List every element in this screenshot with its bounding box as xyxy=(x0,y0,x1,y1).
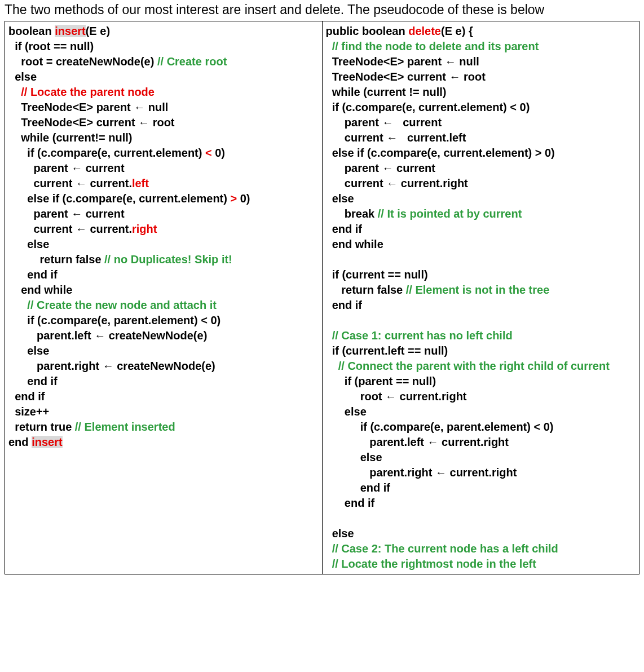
insert-l9c: 0) xyxy=(212,147,225,159)
insert-l16b: // no Duplicates! Skip it! xyxy=(104,253,232,266)
insert-l11b: left xyxy=(132,177,149,189)
insert-l28b: insert xyxy=(32,436,62,448)
delete-d33: // Locate the rightmost node in the left xyxy=(326,558,536,570)
insert-l24: end if xyxy=(8,375,58,387)
delete-d32: // Case 2: The current node has a left c… xyxy=(326,542,558,555)
delete-sig-post: (E e) { xyxy=(441,25,473,37)
insert-code: boolean insert(E e) if (root == null) ro… xyxy=(8,24,319,450)
delete-d6: if (c.compare(e, current.element) < 0) xyxy=(326,101,530,113)
caption-text: The two methods of our most interest are… xyxy=(0,0,644,21)
insert-l28a: end xyxy=(8,436,32,448)
delete-d4: TreeNode<E> current ← root xyxy=(326,70,486,83)
insert-l6: TreeNode<E> parent ← null xyxy=(8,101,168,113)
insert-l14a: current ← current. xyxy=(8,223,132,235)
delete-d15: end while xyxy=(326,238,383,250)
delete-d18: end if xyxy=(326,299,362,311)
insert-l13: parent ← current xyxy=(8,207,125,220)
delete-d10: parent ← current xyxy=(326,162,436,174)
delete-d2: // find the node to delete and its paren… xyxy=(326,40,539,52)
delete-d14: end if xyxy=(326,223,362,235)
delete-d26: parent.left ← current.right xyxy=(326,436,509,448)
delete-d3: TreeNode<E> parent ← null xyxy=(326,55,479,68)
delete-d17a: return false xyxy=(326,284,406,296)
insert-l4: else xyxy=(8,70,37,83)
delete-d31: else xyxy=(326,527,354,540)
insert-l21: parent.left ← createNewNode(e) xyxy=(8,329,207,342)
insert-sig-pre: boolean xyxy=(8,25,55,37)
insert-l3a: root = createNewNode(e) xyxy=(8,55,157,68)
insert-l9b: < xyxy=(205,147,212,159)
insert-sig-post: (E e) xyxy=(86,25,110,37)
delete-d9: else if (c.compare(e, current.element) >… xyxy=(326,147,555,159)
delete-d20: if (current.left == null) xyxy=(326,344,448,357)
insert-l15: else xyxy=(8,238,49,250)
delete-d11: current ← current.right xyxy=(326,177,468,189)
delete-cell: public boolean delete(E e) { // find the… xyxy=(322,21,639,574)
insert-l8: while (current!= null) xyxy=(8,131,132,144)
insert-l26: size++ xyxy=(8,405,49,418)
delete-code: public boolean delete(E e) { // find the… xyxy=(326,24,636,572)
insert-l12c: 0) xyxy=(237,192,250,205)
insert-l11a: current ← current. xyxy=(8,177,132,189)
insert-sig-name: insert xyxy=(55,25,85,37)
delete-d21: // Connect the parent with the right chi… xyxy=(326,360,610,372)
insert-l27a: return true xyxy=(8,421,75,433)
delete-d24: else xyxy=(326,405,367,418)
insert-l16a: return false xyxy=(8,253,104,266)
insert-l23: parent.right ← createNewNode(e) xyxy=(8,360,215,372)
delete-d16: if (current == null) xyxy=(326,268,428,281)
delete-d30: end if xyxy=(326,497,375,509)
pseudocode-table: boolean insert(E e) if (root == null) ro… xyxy=(5,21,639,574)
delete-d17b: // Element is not in the tree xyxy=(406,284,550,296)
insert-l22: else xyxy=(8,344,49,357)
insert-l14b: right xyxy=(132,223,157,235)
delete-d5: while (current != null) xyxy=(326,86,447,98)
insert-l18: end while xyxy=(8,284,72,296)
delete-d12: else xyxy=(326,192,354,205)
insert-l27b: // Element inserted xyxy=(75,421,175,433)
delete-d13b: // It is pointed at by current xyxy=(378,207,522,220)
insert-l9a: if (c.compare(e, current.element) xyxy=(8,147,205,159)
delete-d22: if (parent == null) xyxy=(326,375,436,387)
delete-d29: end if xyxy=(326,481,390,494)
delete-d19: // Case 1: current has no left child xyxy=(326,329,513,342)
delete-d27: else xyxy=(326,451,382,463)
delete-d8: current ← current.left xyxy=(326,131,466,144)
delete-d28: parent.right ← current.right xyxy=(326,466,517,479)
insert-l20: if (c.compare(e, parent.element) < 0) xyxy=(8,314,220,326)
insert-l5: // Locate the parent node xyxy=(8,86,155,98)
insert-cell: boolean insert(E e) if (root == null) ro… xyxy=(5,21,323,574)
insert-l25: end if xyxy=(8,390,45,403)
delete-d13a: break xyxy=(326,207,378,220)
insert-l10: parent ← current xyxy=(8,162,125,174)
delete-sig-name: delete xyxy=(408,25,441,37)
insert-l2: if (root == null) xyxy=(8,40,94,52)
insert-l19: // Create the new node and attach it xyxy=(8,299,217,311)
insert-l17: end if xyxy=(8,268,58,281)
delete-sig-pre: public boolean xyxy=(326,25,409,37)
delete-d25: if (c.compare(e, parent.element) < 0) xyxy=(326,421,554,433)
insert-l12a: else if (c.compare(e, current.element) xyxy=(8,192,230,205)
insert-l3b: // Create root xyxy=(157,55,227,68)
insert-l12b: > xyxy=(230,192,237,205)
delete-d7: parent ← current xyxy=(326,116,442,129)
insert-l7: TreeNode<E> current ← root xyxy=(8,116,175,129)
delete-d23: root ← current.right xyxy=(326,390,467,403)
